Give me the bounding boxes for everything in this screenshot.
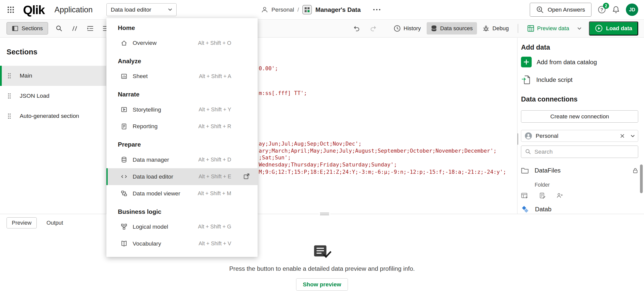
app-launcher-button[interactable] [3, 2, 18, 17]
sections-toggle-button[interactable]: Sections [7, 22, 48, 35]
breadcrumb: Personal / Manager's Data [261, 5, 383, 15]
tab-preview[interactable]: Preview [7, 217, 37, 228]
connection-name: DataFiles [535, 167, 560, 174]
menu-item-data-model-viewer[interactable]: Data model viewer Alt + Shift + M [106, 185, 258, 202]
data-connections-title: Data connections [521, 95, 638, 103]
user-avatar[interactable]: JD [626, 4, 638, 16]
app-options-button[interactable] [371, 7, 383, 13]
add-from-catalog-button[interactable]: Add from data catalog [521, 57, 638, 67]
preview-pane: Preview Output Press the button to enabl… [0, 214, 644, 307]
connection-search [521, 146, 638, 158]
menu-group-narrate: Narrate Storytelling Alt + Shift + Y Rep… [106, 88, 258, 135]
show-preview-button[interactable]: Show preview [296, 278, 348, 291]
load-data-button[interactable]: Load data [589, 21, 638, 36]
logical-model-icon [121, 223, 127, 230]
breadcrumb-space[interactable]: Personal [271, 6, 294, 13]
preview-pane-tabs: Preview Output [7, 217, 68, 228]
menu-item-reporting[interactable]: Reporting Alt + Shift + R [106, 118, 258, 135]
preview-data-button[interactable]: Preview data [523, 22, 573, 35]
redo-button[interactable] [366, 22, 381, 35]
open-answers-button[interactable]: Open Answers [530, 3, 591, 17]
space-filter-value: Personal [536, 132, 558, 139]
space-filter-select[interactable]: Personal [521, 130, 638, 142]
database-icon [431, 25, 437, 32]
drag-handle-icon[interactable] [7, 93, 11, 99]
splitter-handle[interactable] [319, 212, 330, 216]
menu-item-shortcut: Alt + Shift + G [198, 224, 231, 230]
menu-item-data-load-editor[interactable]: Data load editor Alt + Shift + E [106, 168, 258, 185]
include-script-button[interactable]: Include script [521, 75, 638, 85]
data-manager-icon [121, 156, 127, 163]
section-item-label: JSON Load [20, 92, 49, 99]
add-data-panel: Add data Add from data catalog Include s… [517, 38, 644, 214]
person-icon [261, 6, 268, 13]
data-sources-button[interactable]: Data sources [427, 22, 477, 35]
notification-badge: 2 [603, 3, 609, 9]
comment-button[interactable] [67, 22, 83, 35]
menu-group-business-logic: Business logic Logical model Alt + Shift… [106, 205, 258, 252]
credentials-icon[interactable] [556, 192, 563, 199]
menu-group-header: Analyze [106, 55, 258, 68]
section-item-json-load[interactable]: JSON Load [0, 86, 106, 106]
outdent-button[interactable] [83, 22, 98, 35]
drag-handle-icon[interactable] [7, 113, 11, 119]
connection-item-datafiles[interactable]: DataFiles [521, 167, 638, 174]
scrollbar-thumb[interactable] [640, 164, 643, 193]
menu-item-shortcut: Alt + Shift + D [198, 157, 231, 163]
app-label: Application [55, 5, 93, 14]
sheet-icon [121, 73, 127, 80]
menu-item-sheet[interactable]: Sheet Alt + Shift + A [106, 68, 258, 85]
help-button[interactable]: ? 2 [598, 6, 606, 14]
view-selector-dropdown[interactable]: Data load editor [106, 3, 177, 16]
database-connector-icon [521, 206, 529, 213]
menu-group-header: Business logic [106, 205, 258, 218]
open-in-new-icon[interactable] [243, 173, 250, 180]
debug-button[interactable]: Debug [478, 22, 513, 35]
menu-group-analyze: Analyze Sheet Alt + Shift + A [106, 55, 258, 85]
notifications-button[interactable] [612, 6, 620, 14]
menu-item-logical-model[interactable]: Logical model Alt + Shift + G [106, 218, 258, 235]
undo-button[interactable] [349, 22, 364, 35]
menu-item-overview[interactable]: Overview Alt + Shift + O [106, 35, 258, 51]
history-button[interactable]: History [390, 22, 425, 35]
svg-text:?: ? [600, 7, 603, 12]
sections-toggle-label: Sections [22, 25, 43, 32]
chevron-down-icon [577, 27, 581, 30]
grid-icon [7, 6, 14, 13]
answers-sparkle-search-icon [536, 6, 544, 14]
section-item-main[interactable]: Main [0, 66, 106, 86]
search-input[interactable] [534, 148, 634, 155]
outdent-icon [87, 25, 94, 32]
connection-item-partial[interactable]: Datab [521, 206, 638, 213]
storytelling-icon [121, 106, 127, 113]
menu-item-data-manager[interactable]: Data manager Alt + Shift + D [106, 151, 258, 168]
search-button[interactable] [51, 22, 67, 35]
preview-grid-icon [527, 25, 534, 32]
debug-label: Debug [493, 25, 509, 32]
menu-item-shortcut: Alt + Shift + V [198, 241, 231, 247]
menu-item-storytelling[interactable]: Storytelling Alt + Shift + Y [106, 101, 258, 118]
section-item-auto-generated[interactable]: Auto-generated section [0, 106, 106, 126]
top-bar: Qlik Application Data load editor Person… [0, 0, 644, 20]
drag-handle-icon[interactable] [7, 73, 11, 79]
menu-item-shortcut: Alt + Shift + A [199, 73, 231, 79]
menu-item-label: Overview [133, 40, 156, 46]
menu-item-vocabulary[interactable]: Vocabulary Alt + Shift + V [106, 235, 258, 252]
topbar-left: Qlik Application [0, 2, 93, 17]
section-item-label: Main [20, 72, 32, 79]
editor-toolbar: Sections [0, 20, 644, 37]
preview-data-caret-button[interactable] [575, 26, 584, 31]
edit-script-icon[interactable] [539, 192, 546, 199]
menu-item-label: Data load editor [133, 173, 173, 180]
menu-group-header: Home [106, 21, 258, 35]
app-name: Manager's Data [315, 6, 361, 13]
personal-space-icon [525, 132, 532, 140]
tab-output[interactable]: Output [42, 217, 68, 228]
view-selector-value: Data load editor [111, 6, 151, 13]
qlik-logo[interactable]: Qlik [23, 3, 45, 17]
clear-filter-button[interactable] [620, 133, 625, 139]
select-data-icon[interactable] [521, 192, 528, 199]
create-connection-button[interactable]: Create new connection [521, 110, 638, 123]
menu-group-header: Prepare [106, 138, 258, 151]
clock-icon [394, 25, 401, 32]
